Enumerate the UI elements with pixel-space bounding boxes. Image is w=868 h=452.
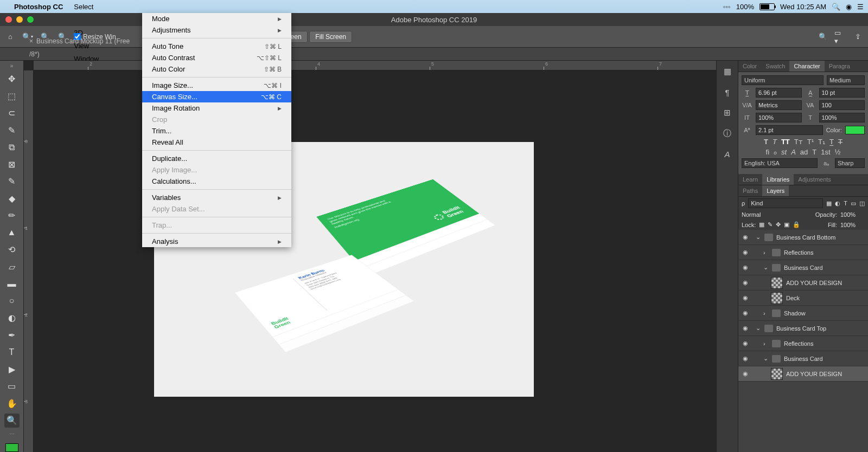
menu-item-select[interactable]: Select xyxy=(68,0,104,13)
mid-tab-libraries[interactable]: Libraries xyxy=(762,174,794,185)
menu-trim[interactable]: Trim... xyxy=(142,125,291,137)
layer-thumbnail[interactable] xyxy=(771,368,783,380)
layer-row[interactable]: ◉⌄Business Card xyxy=(738,351,868,366)
lock-transparency-icon[interactable]: ▦ xyxy=(759,221,764,228)
siri-icon[interactable]: ◉ xyxy=(846,3,852,11)
layer-tab-layers[interactable]: Layers xyxy=(762,185,789,196)
layer-thumbnail[interactable] xyxy=(771,292,783,304)
allcaps-button[interactable]: TT xyxy=(781,138,790,146)
mid-tab-adjustments[interactable]: Adjustments xyxy=(794,174,835,185)
window-minimize-button[interactable] xyxy=(16,16,23,23)
battery-icon[interactable] xyxy=(760,3,775,10)
bold-button[interactable]: T xyxy=(764,138,768,146)
smallcaps-button[interactable]: Tᴛ xyxy=(794,138,803,146)
home-icon[interactable]: ⌂ xyxy=(4,31,16,43)
hand-tool[interactable]: ✋ xyxy=(4,397,20,411)
disclosure-icon[interactable]: › xyxy=(763,249,769,256)
disclosure-icon[interactable]: ⌄ xyxy=(763,355,769,362)
layer-name[interactable]: ADD YOUR DESIGN xyxy=(786,371,842,377)
layer-name[interactable]: Business Card Top xyxy=(776,325,826,332)
filter-pixel-icon[interactable]: ▦ xyxy=(826,200,832,207)
layer-name[interactable]: Business Card xyxy=(784,264,823,271)
visibility-icon[interactable]: ◉ xyxy=(742,309,749,317)
menu-adjustments[interactable]: Adjustments xyxy=(142,24,291,36)
quick-select-tool[interactable]: ✎ xyxy=(4,124,20,138)
font-size-field[interactable]: 6.96 pt xyxy=(756,88,802,98)
strikethrough-button[interactable]: T̶ xyxy=(838,138,843,146)
lock-artboard-icon[interactable]: ▣ xyxy=(784,221,789,228)
foreground-color-swatch[interactable] xyxy=(5,443,18,453)
opacity-field[interactable]: 100% xyxy=(840,211,865,218)
text-color-swatch[interactable] xyxy=(845,126,865,134)
dodge-tool[interactable]: ◐ xyxy=(4,311,20,325)
visibility-icon[interactable]: ◉ xyxy=(742,370,749,377)
layer-row[interactable]: ◉›Shadow xyxy=(738,306,868,321)
frame-tool[interactable]: ⊠ xyxy=(4,158,20,172)
visibility-icon[interactable]: ◉ xyxy=(742,234,749,241)
visibility-icon[interactable]: ◉ xyxy=(742,279,749,286)
panel-icon-history[interactable]: A xyxy=(721,147,734,160)
layer-name[interactable]: Business Card Bottom xyxy=(776,234,835,241)
type-tool[interactable]: T xyxy=(4,345,20,359)
notification-center-icon[interactable]: ☰ xyxy=(857,3,864,11)
font-family-select[interactable]: Uniform xyxy=(742,75,824,85)
layer-row[interactable]: ◉⌄Business Card Bottom xyxy=(738,230,868,245)
zoom-tool[interactable]: 🔍 xyxy=(4,414,20,428)
layer-name[interactable]: Deck xyxy=(786,295,800,301)
visibility-icon[interactable]: ◉ xyxy=(742,249,749,256)
lock-position-icon[interactable]: ✥ xyxy=(776,221,781,228)
menubar-clock[interactable]: Wed 10:25 AM xyxy=(780,3,826,11)
contextual-button[interactable]: T xyxy=(812,148,816,156)
brush-tool[interactable]: ✏ xyxy=(4,209,20,223)
filter-shape-icon[interactable]: ▭ xyxy=(851,200,856,207)
layer-name[interactable]: Shadow xyxy=(784,310,806,317)
leading-field[interactable]: 10 pt xyxy=(819,88,865,98)
filter-adjust-icon[interactable]: ◐ xyxy=(835,200,840,207)
filter-type-icon[interactable]: T xyxy=(844,200,847,206)
panel-icon-paragraph[interactable]: ¶ xyxy=(721,86,734,99)
pen-tool[interactable]: ✒ xyxy=(4,328,20,343)
lasso-tool[interactable]: ⊂ xyxy=(4,106,20,120)
italic-button[interactable]: T xyxy=(773,138,777,146)
layer-thumbnail[interactable] xyxy=(771,277,783,289)
menu-calculations[interactable]: Calculations... xyxy=(142,176,291,187)
visibility-icon[interactable]: ◉ xyxy=(742,355,749,362)
char-tab-color[interactable]: Color xyxy=(738,61,761,72)
blur-tool[interactable]: ○ xyxy=(4,294,20,308)
layer-row[interactable]: ◉Deck xyxy=(738,290,868,306)
app-name[interactable]: Photoshop CC xyxy=(9,3,68,11)
disclosure-icon[interactable]: ⌄ xyxy=(756,234,761,241)
menu-autocontrast[interactable]: Auto Contrast⌥⇧⌘ L xyxy=(142,52,291,63)
underline-button[interactable]: T̲ xyxy=(829,138,834,146)
visibility-icon[interactable]: ◉ xyxy=(742,264,749,271)
ligatures-button[interactable]: fi xyxy=(766,148,770,156)
layer-row[interactable]: ◉⌄Business Card Top xyxy=(738,321,868,336)
lock-all-icon[interactable]: 🔒 xyxy=(793,221,800,228)
fractions-button[interactable]: 1st xyxy=(821,148,830,156)
language-select[interactable]: English: USA xyxy=(742,158,818,168)
slashed-zero-button[interactable]: ½ xyxy=(835,148,841,156)
layer-row[interactable]: ◉›Reflections xyxy=(738,336,868,351)
menu-mode[interactable]: Mode xyxy=(142,13,291,24)
antialias-select[interactable]: Sharp xyxy=(835,158,865,168)
search-icon[interactable]: 🔍 xyxy=(817,31,829,43)
menu-imagerotation[interactable]: Image Rotation xyxy=(142,102,291,114)
layer-row[interactable]: ◉›Reflections xyxy=(738,245,868,260)
move-tool[interactable]: ✥ xyxy=(4,72,20,86)
panel-icon-swatches[interactable]: ▦ xyxy=(721,65,734,78)
vscale-field[interactable]: 100% xyxy=(756,113,802,122)
layer-filter-kind[interactable]: Kind xyxy=(748,198,823,208)
menu-imagesize[interactable]: Image Size...⌥⌘ I xyxy=(142,80,291,91)
stamp-tool[interactable]: ▲ xyxy=(4,226,20,240)
layer-name[interactable]: Reflections xyxy=(784,340,813,347)
titling-button[interactable]: A xyxy=(791,148,796,156)
blend-mode-select[interactable]: Normal xyxy=(742,211,812,218)
history-brush-tool[interactable]: ⟲ xyxy=(4,243,20,257)
disclosure-icon[interactable]: ⌄ xyxy=(763,264,769,271)
lock-image-icon[interactable]: ✎ xyxy=(768,221,773,228)
fill-field[interactable]: 100% xyxy=(840,222,865,228)
menu-revealall[interactable]: Reveal All xyxy=(142,137,291,148)
canvas-area[interactable]: 234567 0123 Our Mission is to help profe… xyxy=(24,61,716,452)
panel-icon-info[interactable]: ⓘ xyxy=(721,127,734,140)
wifi-icon[interactable]: ◦◦◦ xyxy=(723,3,731,11)
